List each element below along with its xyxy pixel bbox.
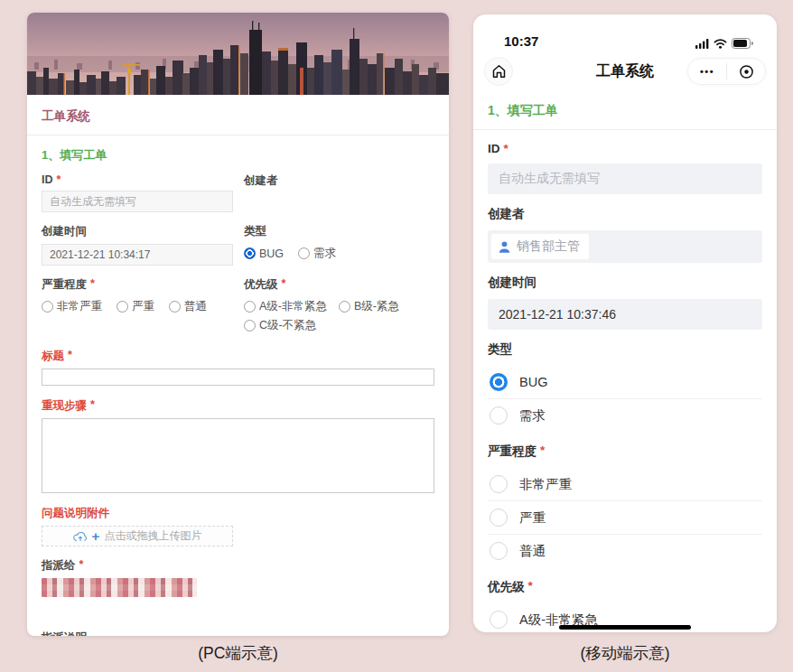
pc-created-input[interactable]: 2021-12-21 10:34:17	[42, 244, 233, 266]
mobile-severity-option-serious[interactable]: 严重	[488, 501, 762, 535]
pc-type-option-bug[interactable]: BUG	[244, 247, 284, 260]
pc-app-title: 工单系统	[42, 95, 434, 135]
home-button[interactable]	[484, 57, 513, 86]
spacer	[42, 597, 434, 630]
radio-icon	[117, 301, 128, 313]
radio-icon	[339, 301, 350, 313]
creator-chip: 销售部主管	[491, 234, 589, 259]
mobile-id-label: ID*	[488, 142, 762, 155]
pc-assign-note-label: 指派说明	[42, 630, 434, 636]
mobile-created-label: 创建时间	[488, 275, 762, 291]
pc-id-label: ID*	[42, 173, 233, 186]
person-icon	[498, 240, 511, 254]
radio-icon	[298, 247, 310, 259]
radio-icon	[490, 475, 508, 493]
cloud-upload-icon	[73, 531, 88, 542]
battery-icon	[732, 38, 753, 49]
more-button[interactable]: •••	[688, 59, 726, 84]
pc-id-input[interactable]: 自动生成无需填写	[42, 191, 233, 212]
radio-selected-icon	[244, 247, 256, 259]
radio-icon	[244, 301, 256, 313]
pc-steps-label: 重现步骤*	[42, 398, 434, 414]
city-skyline-header-image	[27, 13, 449, 95]
pc-created-label: 创建时间	[42, 224, 233, 239]
pc-caption: (PC端示意)	[27, 642, 449, 664]
divider	[473, 129, 777, 130]
pc-severity-option-normal[interactable]: 普通	[169, 299, 207, 314]
mobile-section-title: 1、填写工单	[488, 92, 762, 129]
mobile-creator-field[interactable]: 销售部主管	[488, 230, 762, 263]
radio-icon	[42, 301, 53, 313]
plus-icon: +	[92, 529, 100, 543]
radio-icon	[490, 406, 508, 425]
mobile-type-option-demand[interactable]: 需求	[488, 399, 762, 432]
radio-icon	[244, 320, 256, 331]
mobile-priority-label: 优先级*	[488, 579, 762, 595]
mobile-status-bar: 10:37	[473, 14, 777, 51]
status-time: 10:37	[504, 33, 538, 49]
pc-severity-label: 严重程度*	[42, 277, 233, 293]
mobile-demo-panel: 10:37 工单系统	[473, 14, 777, 632]
close-capsule-button[interactable]	[727, 59, 765, 84]
pc-title-field-label: 标题*	[42, 349, 434, 364]
mobile-creator-label: 创建者	[488, 206, 762, 222]
radio-selected-icon	[490, 373, 508, 391]
pc-assignee-label: 指派给*	[42, 558, 434, 574]
pc-demo-panel: 工单系统 1、填写工单 ID* 自动生成无需填写 创建者 创建时间	[27, 13, 449, 636]
pc-assignee-censored-value	[42, 578, 197, 597]
pc-type-label: 类型	[244, 224, 434, 239]
home-icon	[491, 64, 507, 79]
pc-priority-label: 优先级*	[244, 277, 434, 293]
wifi-icon	[714, 39, 727, 49]
mobile-severity-label: 严重程度*	[488, 443, 762, 460]
mobile-severity-option-normal[interactable]: 普通	[488, 535, 762, 567]
pc-priority-option-c[interactable]: C级-不紧急	[244, 318, 316, 333]
pc-creator-label: 创建者	[244, 173, 434, 189]
mobile-caption: (移动端示意)	[473, 642, 777, 664]
radio-icon	[490, 542, 508, 560]
circle-dot-icon	[739, 64, 754, 79]
pc-priority-option-a[interactable]: A级-非常紧急	[244, 299, 327, 314]
pc-priority-option-b[interactable]: B级-紧急	[339, 299, 399, 314]
mobile-id-input[interactable]: 自动生成无需填写	[488, 163, 762, 194]
pc-type-option-demand[interactable]: 需求	[298, 246, 336, 261]
radio-icon	[169, 301, 181, 313]
home-indicator	[559, 625, 691, 630]
miniprogram-capsule: •••	[687, 58, 766, 85]
signal-icon	[695, 39, 709, 49]
pc-severity-option-critical[interactable]: 非常严重	[42, 299, 102, 314]
pc-steps-textarea[interactable]	[42, 418, 434, 493]
pc-attachment-label: 问题说明附件	[42, 506, 434, 521]
mobile-severity-option-critical[interactable]: 非常严重	[488, 468, 762, 501]
mobile-created-input[interactable]: 2021-12-21 10:37:46	[488, 299, 762, 330]
mobile-nav-bar: 工单系统 •••	[473, 51, 777, 92]
pc-title-input[interactable]	[42, 369, 434, 386]
more-dots-icon: •••	[700, 66, 714, 77]
pc-section-title: 1、填写工单	[42, 135, 434, 173]
mobile-type-label: 类型	[488, 341, 762, 358]
mobile-type-option-bug[interactable]: BUG	[488, 366, 762, 399]
pc-severity-option-serious[interactable]: 严重	[117, 299, 154, 314]
radio-icon	[490, 611, 508, 629]
radio-icon	[490, 509, 508, 527]
pc-upload-dropzone[interactable]: + 点击或拖拽上传图片	[42, 526, 233, 546]
